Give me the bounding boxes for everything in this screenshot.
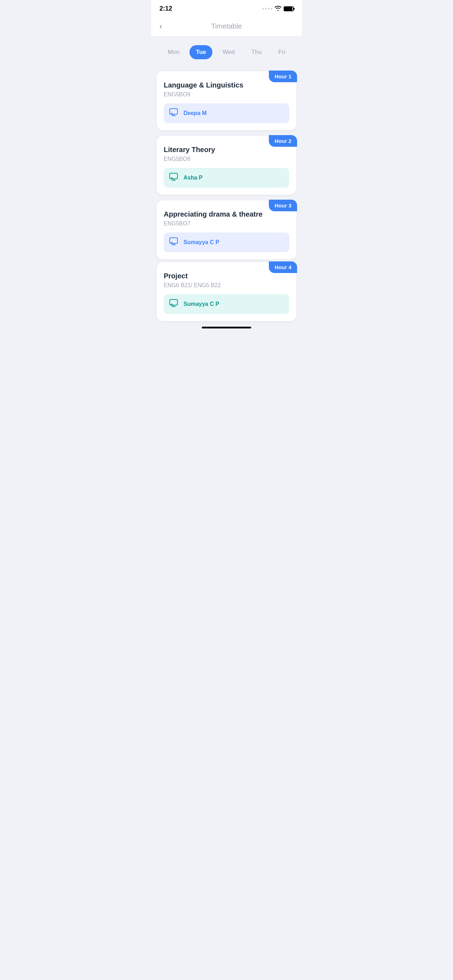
teacher-name-2: Asha P bbox=[183, 175, 202, 181]
schedule-card-3: Hour 3 Appreciating drama & theatre ENG5… bbox=[157, 200, 296, 259]
schedule-card-2: Hour 2 Literary Theory ENG5BO8 Asha P bbox=[157, 136, 296, 195]
hour-badge-3: Hour 3 bbox=[269, 200, 297, 211]
schedule-list: Hour 1 Language & Linguistics ENG5BO9 De… bbox=[151, 68, 302, 262]
day-item-tue[interactable]: Tue bbox=[189, 45, 212, 59]
monitor-icon-1 bbox=[169, 108, 179, 118]
svg-rect-3 bbox=[171, 113, 173, 114]
course-code-3: ENG5BO7 bbox=[164, 221, 289, 227]
svg-rect-7 bbox=[171, 177, 173, 178]
teacher-name-3: Sumayya C P bbox=[183, 239, 219, 245]
hour-badge-4: Hour 4 bbox=[269, 261, 297, 273]
day-item-wed[interactable]: Wed bbox=[216, 45, 241, 59]
course-code-4: ENG6 B21/ ENG5 B22 bbox=[164, 282, 289, 289]
svg-rect-0 bbox=[170, 109, 178, 114]
course-title-3: Appreciating drama & theatre bbox=[164, 210, 289, 218]
course-code-1: ENG5BO9 bbox=[164, 91, 289, 98]
course-code-2: ENG5BO8 bbox=[164, 156, 289, 162]
signal-icon bbox=[262, 8, 272, 10]
wifi-icon bbox=[275, 5, 281, 12]
status-icons bbox=[262, 5, 294, 12]
day-item-mon[interactable]: Mon bbox=[161, 45, 186, 59]
course-title-2: Literary Theory bbox=[164, 146, 289, 154]
teacher-badge-2[interactable]: Asha P bbox=[164, 168, 289, 188]
svg-rect-11 bbox=[171, 242, 173, 243]
teacher-badge-1[interactable]: Deepa M bbox=[164, 103, 289, 123]
svg-rect-15 bbox=[171, 304, 173, 305]
svg-rect-12 bbox=[170, 299, 178, 305]
teacher-badge-4[interactable]: Sumayya C P bbox=[164, 294, 289, 314]
monitor-icon-2 bbox=[169, 173, 179, 183]
monitor-icon-3 bbox=[169, 237, 179, 247]
teacher-name-1: Deepa M bbox=[183, 110, 207, 116]
teacher-name-4: Sumayya C P bbox=[183, 301, 219, 307]
back-button[interactable]: ‹ bbox=[159, 22, 162, 31]
hour-badge-1: Hour 1 bbox=[269, 70, 297, 82]
day-selector: Mon Tue Wed Thu Fri bbox=[157, 40, 296, 64]
teacher-badge-3[interactable]: Sumayya C P bbox=[164, 232, 289, 252]
course-title-1: Language & Linguistics bbox=[164, 81, 289, 89]
battery-icon bbox=[284, 6, 294, 11]
home-indicator bbox=[202, 327, 251, 328]
status-bar: 2:12 bbox=[151, 0, 302, 15]
schedule-card-1: Hour 1 Language & Linguistics ENG5BO9 De… bbox=[157, 71, 296, 130]
hour-badge-2: Hour 2 bbox=[269, 135, 297, 147]
schedule-card-4: Hour 4 Project ENG6 B21/ ENG5 B22 Sumayy… bbox=[157, 262, 296, 321]
page-title: Timetable bbox=[211, 22, 242, 30]
day-item-thu[interactable]: Thu bbox=[245, 45, 268, 59]
svg-rect-8 bbox=[170, 238, 178, 243]
course-title-4: Project bbox=[164, 272, 289, 280]
header: ‹ Timetable bbox=[151, 15, 302, 36]
svg-rect-4 bbox=[170, 173, 178, 179]
status-time: 2:12 bbox=[159, 5, 172, 12]
monitor-icon-4 bbox=[169, 299, 179, 309]
day-item-fri[interactable]: Fri bbox=[272, 45, 292, 59]
